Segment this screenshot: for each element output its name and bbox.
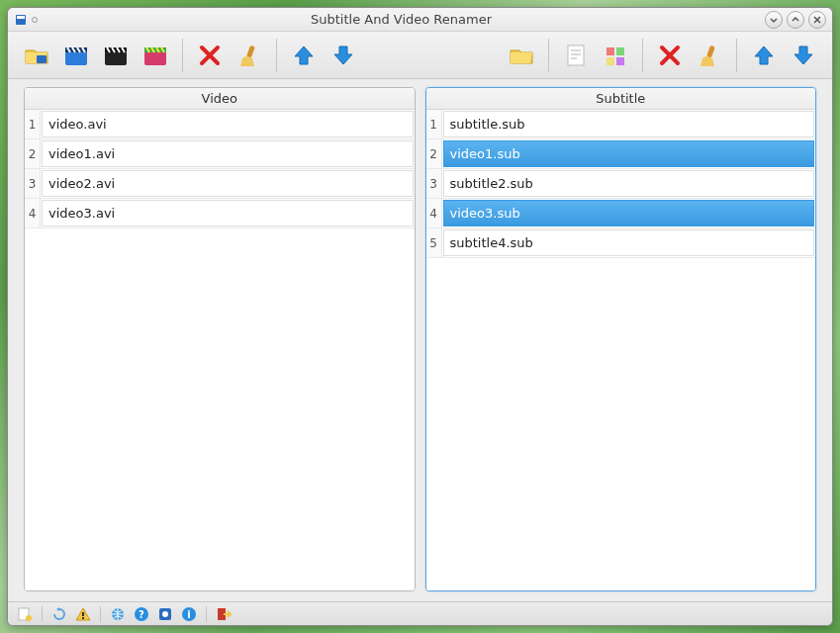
svg-rect-19 — [82, 617, 84, 619]
app-icon — [14, 13, 28, 27]
svg-rect-3 — [65, 51, 87, 65]
row-number: 2 — [426, 139, 442, 168]
row-number: 4 — [426, 199, 442, 227]
window-title: Subtitle And Video Renamer — [38, 12, 765, 27]
row-number: 3 — [25, 169, 41, 198]
row-number: 3 — [426, 169, 442, 198]
svg-rect-2 — [37, 55, 47, 63]
list-item[interactable]: 1subtitle.sub — [426, 110, 816, 139]
video-clapper-black-button[interactable] — [101, 41, 131, 70]
list-item[interactable]: 2video1.sub — [426, 139, 816, 169]
svg-point-17 — [26, 615, 32, 621]
sb-warning-icon[interactable] — [74, 605, 92, 623]
svg-rect-15 — [706, 45, 715, 57]
maximize-button[interactable] — [787, 11, 804, 29]
row-filename[interactable]: video3.avi — [42, 200, 414, 226]
sb-info-icon[interactable]: i — [180, 605, 198, 623]
video-move-down-button[interactable] — [328, 41, 358, 70]
video-clear-button[interactable] — [234, 41, 264, 70]
subtitle-open-folder-button[interactable] — [507, 41, 536, 70]
row-filename[interactable]: subtitle2.sub — [443, 170, 815, 197]
svg-text:i: i — [187, 609, 190, 620]
subtitle-list[interactable]: 1subtitle.sub2video1.sub3subtitle2.sub4v… — [426, 110, 816, 590]
row-number: 1 — [25, 110, 41, 138]
sb-globe-icon[interactable] — [109, 605, 127, 623]
row-filename[interactable]: video1.sub — [443, 140, 815, 167]
row-number: 4 — [25, 199, 41, 227]
video-open-folder-button[interactable] — [22, 41, 51, 70]
row-filename[interactable]: subtitle.sub — [443, 111, 815, 137]
video-clapper-color-button[interactable] — [140, 41, 170, 70]
svg-rect-7 — [144, 51, 166, 65]
list-item[interactable]: 3video2.avi — [25, 169, 415, 199]
toolbar-separator — [736, 39, 737, 72]
sb-exit-icon[interactable] — [215, 605, 233, 623]
row-filename[interactable]: subtitle4.sub — [443, 229, 815, 256]
sb-about-icon[interactable] — [156, 605, 174, 623]
subtitle-clear-button[interactable] — [695, 41, 724, 70]
minimize-button[interactable] — [765, 11, 783, 29]
list-item[interactable]: 3subtitle2.sub — [426, 169, 816, 199]
list-item[interactable]: 4video3.avi — [25, 199, 415, 228]
subtitle-move-up-button[interactable] — [749, 41, 779, 70]
svg-rect-13 — [607, 57, 614, 65]
toolbar-separator — [548, 39, 549, 72]
sb-new-icon[interactable] — [16, 605, 34, 623]
svg-rect-5 — [105, 51, 127, 65]
svg-rect-9 — [246, 45, 255, 57]
list-item[interactable]: 4video3.sub — [426, 199, 816, 228]
sb-help-icon[interactable]: ? — [133, 605, 150, 623]
video-clapper-blue-button[interactable] — [61, 41, 91, 70]
toolbar-separator — [642, 39, 643, 72]
svg-rect-11 — [607, 47, 614, 55]
titlebar: Subtitle And Video Renamer — [8, 8, 832, 32]
svg-rect-14 — [616, 57, 624, 65]
row-number: 5 — [426, 228, 442, 257]
svg-rect-10 — [568, 45, 584, 65]
row-filename[interactable]: video.avi — [42, 111, 414, 137]
video-move-up-button[interactable] — [289, 41, 319, 70]
svg-rect-12 — [616, 47, 624, 55]
svg-point-24 — [162, 611, 168, 617]
subtitle-panel: Subtitle 1subtitle.sub2video1.sub3subtit… — [425, 87, 817, 591]
row-number: 1 — [426, 110, 442, 138]
main-area: Video 1video.avi2video1.avi3video2.avi4v… — [8, 79, 832, 601]
close-button[interactable] — [808, 11, 826, 29]
subtitle-document-button[interactable] — [561, 41, 591, 70]
row-filename[interactable]: video2.avi — [42, 170, 414, 197]
subtitle-move-down-button[interactable] — [789, 41, 818, 70]
video-list[interactable]: 1video.avi2video1.avi3video2.avi4video3.… — [25, 110, 415, 590]
svg-rect-1 — [17, 16, 25, 19]
video-panel-header: Video — [25, 88, 415, 110]
sb-refresh-icon[interactable] — [50, 605, 68, 623]
row-filename[interactable]: video3.sub — [443, 200, 815, 226]
toolbar-separator — [182, 39, 183, 72]
list-item[interactable]: 2video1.avi — [25, 139, 415, 169]
video-delete-button[interactable] — [195, 41, 225, 70]
subtitle-panel-header: Subtitle — [426, 88, 816, 110]
video-panel: Video 1video.avi2video1.avi3video2.avi4v… — [24, 87, 416, 591]
row-filename[interactable]: video1.avi — [42, 140, 414, 167]
list-item[interactable]: 1video.avi — [25, 110, 415, 139]
subtitle-delete-button[interactable] — [655, 41, 685, 70]
toolbar-separator — [276, 39, 277, 72]
statusbar: ? i — [8, 601, 832, 625]
svg-text:?: ? — [139, 609, 144, 620]
app-window: Subtitle And Video Renamer — [7, 7, 833, 626]
subtitle-palette-button[interactable] — [601, 41, 630, 70]
toolbar — [8, 32, 832, 79]
list-item[interactable]: 5subtitle4.sub — [426, 228, 816, 258]
row-number: 2 — [25, 139, 41, 168]
svg-rect-18 — [82, 612, 84, 616]
